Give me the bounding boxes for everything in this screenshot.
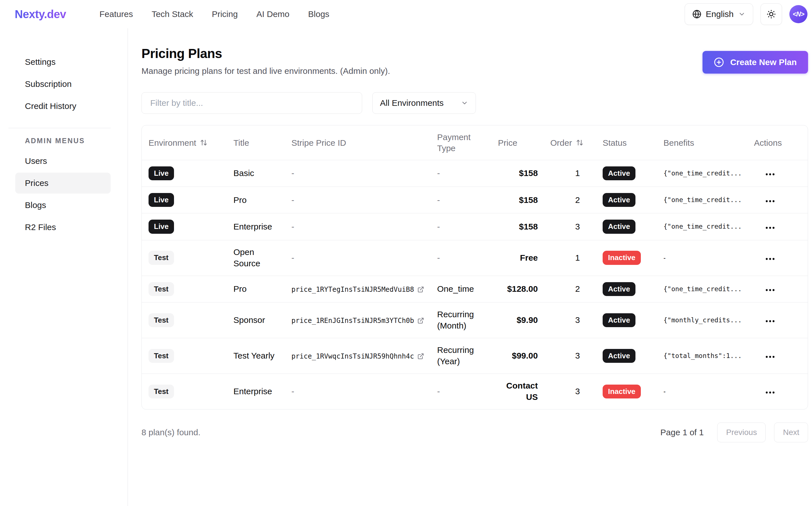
globe-icon [692,10,701,19]
table-row: Live Enterprise - - $158 3 Active {"one_… [142,214,808,240]
table-row: Live Pro - - $158 2 Active {"one_time_cr… [142,187,808,214]
plans-table: Environment Title Stripe Price ID Paymen… [142,125,808,409]
nav-item-pricing[interactable]: Pricing [212,9,238,19]
order-cell: 2 [543,187,596,214]
payment-type-cell: Recurring (Month) [430,302,491,338]
stripe-price-id-cell: - [291,168,294,178]
table-row: Test Enterprise - - Contact US 3 Inactiv… [142,373,808,409]
status-badge: Inactive [603,385,641,399]
status-badge: Inactive [603,251,641,265]
stripe-price-id-cell: - [291,222,294,231]
order-cell: 3 [543,302,596,338]
order-cell: 3 [543,373,596,409]
page-info: Page 1 of 1 [660,428,704,437]
stripe-price-id-cell: price_1RVwqcInsTsiNJR59hQhnh4c [291,352,414,361]
environment-badge: Test [149,313,174,327]
row-actions-button[interactable] [763,353,777,360]
row-actions-button[interactable] [763,389,777,396]
sun-icon [766,9,776,19]
brand-logo[interactable]: Nexty.dev [15,8,66,21]
external-link-icon[interactable] [417,317,424,324]
benefits-cell: - [657,240,747,276]
nav-item-blogs[interactable]: Blogs [308,9,329,19]
price-cell: Contact US [491,373,543,409]
row-actions-button[interactable] [763,318,777,325]
app-window: Nexty.dev Features Tech Stack Pricing AI… [0,0,812,506]
external-link-icon[interactable] [417,353,424,360]
order-cell: 1 [543,160,596,187]
plan-title-cell: Enterprise [227,373,285,409]
price-cell: $158 [491,160,543,187]
main-nav: Features Tech Stack Pricing AI Demo Blog… [100,9,330,19]
row-actions-button[interactable] [763,225,777,231]
nav-item-ai-demo[interactable]: AI Demo [256,9,289,19]
sidebar-item-credit-history[interactable]: Credit History [15,96,111,116]
column-header-stripe-price-id: Stripe Price ID [285,125,430,160]
column-header-payment-type: Payment Type [430,125,491,160]
payment-type-cell: - [437,253,440,262]
theme-toggle-button[interactable] [760,3,782,25]
pagination: Page 1 of 1 Previous Next [660,423,808,442]
payment-type-cell: - [437,222,440,231]
external-link-icon[interactable] [417,286,424,293]
environment-badge: Live [149,166,174,180]
row-actions-button[interactable] [763,171,777,178]
payment-type-cell: - [437,387,440,396]
language-selector-button[interactable]: English [685,3,753,25]
order-cell: 1 [543,240,596,276]
column-header-order[interactable]: Order [543,125,596,160]
sidebar-item-settings[interactable]: Settings [15,52,111,72]
table-row: Test Test Yearly price_1RVwqcInsTsiNJR59… [142,338,808,373]
plan-title-cell: Test Yearly [227,338,285,373]
environment-badge: Test [149,282,174,296]
benefits-cell: {"one_time_credit... [657,187,747,214]
price-cell: $128.00 [491,276,543,302]
price-cell: $158 [491,187,543,214]
sidebar-item-subscription[interactable]: Subscription [15,74,111,94]
filter-by-title-input[interactable] [142,92,362,114]
nav-item-features[interactable]: Features [100,9,133,19]
stripe-price-id-cell: price_1REnJGInsTsiNJR5m3YTCh0b [291,316,414,325]
sidebar: Settings Subscription Credit History ADM… [0,28,128,506]
status-badge: Active [603,282,635,296]
sidebar-section-label: ADMIN MENUS [25,137,127,145]
plan-title-cell: Basic [227,160,285,187]
chevron-down-icon [738,10,745,18]
avatar[interactable]: <N> [789,5,807,23]
column-header-environment[interactable]: Environment [142,125,227,160]
sidebar-item-blogs[interactable]: Blogs [15,195,111,216]
status-badge: Active [603,166,635,180]
environment-select[interactable]: All Environments [372,92,476,114]
column-header-title: Title [227,125,285,160]
price-cell: $158 [491,214,543,240]
topbar-right: English <N> [685,3,807,25]
stripe-price-id-cell: price_1RYTegInsTsiNJR5MedVuiB8 [291,285,414,294]
order-cell: 3 [543,214,596,240]
status-badge: Active [603,220,635,234]
next-page-button[interactable]: Next [774,423,808,442]
sidebar-item-users[interactable]: Users [15,151,111,171]
table-row: Test Pro price_1RYTegInsTsiNJR5MedVuiB8 [142,276,808,302]
column-header-status: Status [596,125,657,160]
row-actions-button[interactable] [763,256,777,262]
plan-title-cell: Enterprise [227,214,285,240]
create-new-plan-button[interactable]: Create New Plan [703,51,808,74]
stripe-price-id-cell: - [291,195,294,204]
order-cell: 3 [543,338,596,373]
nav-item-tech-stack[interactable]: Tech Stack [152,9,193,19]
benefits-cell: - [657,373,747,409]
row-actions-button[interactable] [763,287,777,293]
benefits-cell: {"monthly_credits... [657,302,747,338]
environment-badge: Test [149,385,174,399]
sidebar-item-prices[interactable]: Prices [15,173,111,193]
previous-page-button[interactable]: Previous [717,423,765,442]
payment-type-cell: Recurring (Year) [430,338,491,373]
status-badge: Active [603,313,635,327]
page-title: Pricing Plans [142,46,390,61]
table-row: Test Sponsor price_1REnJGInsTsiNJR5m3YTC… [142,302,808,338]
sidebar-item-r2-files[interactable]: R2 Files [15,217,111,238]
environment-badge: Test [149,349,174,363]
row-actions-button[interactable] [763,198,777,204]
benefits-cell: {"one_time_credit... [657,214,747,240]
plan-title-cell: Pro [227,187,285,214]
